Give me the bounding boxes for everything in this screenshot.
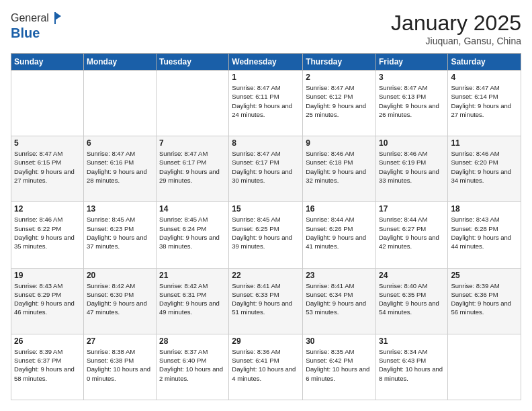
day-info: Sunrise: 8:35 AM Sunset: 6:42 PM Dayligh… — [306, 347, 373, 383]
logo-icon — [49, 11, 61, 26]
day-number: 20 — [87, 271, 153, 280]
day-info: Sunrise: 8:42 AM Sunset: 6:31 PM Dayligh… — [159, 281, 226, 317]
day-info: Sunrise: 8:47 AM Sunset: 6:11 PM Dayligh… — [232, 83, 300, 119]
table-row: 16Sunrise: 8:44 AM Sunset: 6:26 PM Dayli… — [303, 202, 376, 268]
day-info: Sunrise: 8:45 AM Sunset: 6:25 PM Dayligh… — [232, 215, 300, 250]
logo: General Blue — [11, 11, 61, 41]
day-number: 26 — [14, 336, 81, 346]
calendar-week-row: 26Sunrise: 8:39 AM Sunset: 6:37 PM Dayli… — [11, 334, 521, 400]
table-row: 31Sunrise: 8:34 AM Sunset: 6:43 PM Dayli… — [375, 334, 447, 400]
table-row: 23Sunrise: 8:41 AM Sunset: 6:34 PM Dayli… — [303, 268, 376, 334]
day-info: Sunrise: 8:46 AM Sunset: 6:20 PM Dayligh… — [451, 149, 518, 185]
day-info: Sunrise: 8:38 AM Sunset: 6:38 PM Dayligh… — [87, 347, 153, 383]
table-row: 24Sunrise: 8:40 AM Sunset: 6:35 PM Dayli… — [375, 268, 447, 334]
day-number: 7 — [159, 138, 226, 148]
table-row: 3Sunrise: 8:47 AM Sunset: 6:13 PM Daylig… — [375, 71, 447, 136]
col-saturday: Saturday — [448, 54, 521, 71]
table-row: 8Sunrise: 8:47 AM Sunset: 6:17 PM Daylig… — [229, 136, 303, 202]
table-row: 12Sunrise: 8:46 AM Sunset: 6:22 PM Dayli… — [11, 202, 84, 268]
table-row: 21Sunrise: 8:42 AM Sunset: 6:31 PM Dayli… — [157, 268, 229, 334]
day-number: 2 — [306, 73, 373, 82]
table-row: 6Sunrise: 8:47 AM Sunset: 6:16 PM Daylig… — [83, 136, 156, 202]
calendar-week-row: 12Sunrise: 8:46 AM Sunset: 6:22 PM Dayli… — [11, 202, 521, 268]
day-info: Sunrise: 8:45 AM Sunset: 6:23 PM Dayligh… — [87, 215, 153, 250]
logo-blue-text: Blue — [11, 26, 61, 41]
day-info: Sunrise: 8:44 AM Sunset: 6:26 PM Dayligh… — [306, 215, 373, 250]
day-number: 10 — [379, 138, 445, 148]
day-number: 29 — [232, 336, 300, 346]
table-row: 30Sunrise: 8:35 AM Sunset: 6:42 PM Dayli… — [303, 334, 376, 400]
day-number: 16 — [306, 204, 373, 214]
svg-rect-1 — [54, 12, 56, 24]
col-tuesday: Tuesday — [157, 54, 229, 71]
page: General Blue January 2025 Jiuquan, Gansu… — [0, 0, 532, 411]
day-number: 15 — [232, 204, 300, 214]
day-number: 31 — [379, 336, 445, 346]
table-row: 2Sunrise: 8:47 AM Sunset: 6:12 PM Daylig… — [303, 71, 376, 136]
table-row: 15Sunrise: 8:45 AM Sunset: 6:25 PM Dayli… — [229, 202, 303, 268]
table-row: 7Sunrise: 8:47 AM Sunset: 6:17 PM Daylig… — [157, 136, 229, 202]
day-info: Sunrise: 8:46 AM Sunset: 6:22 PM Dayligh… — [14, 215, 81, 250]
day-number: 1 — [232, 73, 300, 82]
day-number: 5 — [14, 138, 81, 148]
day-info: Sunrise: 8:47 AM Sunset: 6:13 PM Dayligh… — [379, 83, 445, 119]
day-number: 12 — [14, 204, 81, 214]
day-number: 11 — [451, 138, 518, 148]
day-info: Sunrise: 8:40 AM Sunset: 6:35 PM Dayligh… — [379, 281, 445, 317]
table-row: 28Sunrise: 8:37 AM Sunset: 6:40 PM Dayli… — [157, 334, 229, 400]
day-info: Sunrise: 8:45 AM Sunset: 6:24 PM Dayligh… — [159, 215, 226, 250]
col-sunday: Sunday — [11, 54, 84, 71]
table-row — [83, 71, 156, 136]
day-number: 18 — [451, 204, 518, 214]
day-info: Sunrise: 8:47 AM Sunset: 6:15 PM Dayligh… — [14, 149, 81, 185]
table-row: 26Sunrise: 8:39 AM Sunset: 6:37 PM Dayli… — [11, 334, 84, 400]
day-info: Sunrise: 8:42 AM Sunset: 6:30 PM Dayligh… — [87, 281, 153, 317]
col-friday: Friday — [375, 54, 447, 71]
day-info: Sunrise: 8:47 AM Sunset: 6:12 PM Dayligh… — [306, 83, 373, 119]
table-row — [11, 71, 84, 136]
day-number: 8 — [232, 138, 300, 148]
day-number: 19 — [14, 271, 81, 280]
day-info: Sunrise: 8:36 AM Sunset: 6:41 PM Dayligh… — [232, 347, 300, 383]
table-row: 17Sunrise: 8:44 AM Sunset: 6:27 PM Dayli… — [375, 202, 447, 268]
table-row: 20Sunrise: 8:42 AM Sunset: 6:30 PM Dayli… — [83, 268, 156, 334]
day-info: Sunrise: 8:34 AM Sunset: 6:43 PM Dayligh… — [379, 347, 445, 383]
table-row: 29Sunrise: 8:36 AM Sunset: 6:41 PM Dayli… — [229, 334, 303, 400]
day-info: Sunrise: 8:47 AM Sunset: 6:14 PM Dayligh… — [451, 83, 518, 119]
col-wednesday: Wednesday — [229, 54, 303, 71]
day-number: 25 — [451, 271, 518, 280]
day-info: Sunrise: 8:47 AM Sunset: 6:17 PM Dayligh… — [159, 149, 226, 185]
day-number: 24 — [379, 271, 445, 280]
day-info: Sunrise: 8:37 AM Sunset: 6:40 PM Dayligh… — [159, 347, 226, 383]
day-number: 28 — [159, 336, 226, 346]
table-row: 22Sunrise: 8:41 AM Sunset: 6:33 PM Dayli… — [229, 268, 303, 334]
day-number: 6 — [87, 138, 153, 148]
col-thursday: Thursday — [303, 54, 376, 71]
day-info: Sunrise: 8:39 AM Sunset: 6:37 PM Dayligh… — [14, 347, 81, 383]
day-number: 14 — [159, 204, 226, 214]
day-number: 27 — [87, 336, 153, 346]
day-number: 9 — [306, 138, 373, 148]
location: Jiuquan, Gansu, China — [391, 36, 521, 46]
table-row: 9Sunrise: 8:46 AM Sunset: 6:18 PM Daylig… — [303, 136, 376, 202]
calendar-week-row: 19Sunrise: 8:43 AM Sunset: 6:29 PM Dayli… — [11, 268, 521, 334]
day-number: 21 — [159, 271, 226, 280]
header: General Blue January 2025 Jiuquan, Gansu… — [11, 11, 521, 46]
table-row: 11Sunrise: 8:46 AM Sunset: 6:20 PM Dayli… — [448, 136, 521, 202]
day-number: 3 — [379, 73, 445, 82]
day-info: Sunrise: 8:44 AM Sunset: 6:27 PM Dayligh… — [379, 215, 445, 250]
col-monday: Monday — [83, 54, 156, 71]
table-row: 19Sunrise: 8:43 AM Sunset: 6:29 PM Dayli… — [11, 268, 84, 334]
logo-general-text: General — [11, 12, 49, 24]
table-row — [157, 71, 229, 136]
day-info: Sunrise: 8:46 AM Sunset: 6:18 PM Dayligh… — [306, 149, 373, 185]
day-info: Sunrise: 8:39 AM Sunset: 6:36 PM Dayligh… — [451, 281, 518, 317]
day-info: Sunrise: 8:41 AM Sunset: 6:34 PM Dayligh… — [306, 281, 373, 317]
table-row: 13Sunrise: 8:45 AM Sunset: 6:23 PM Dayli… — [83, 202, 156, 268]
svg-marker-0 — [55, 12, 61, 20]
day-info: Sunrise: 8:43 AM Sunset: 6:28 PM Dayligh… — [451, 215, 518, 250]
calendar-table: Sunday Monday Tuesday Wednesday Thursday… — [11, 53, 521, 400]
table-row: 14Sunrise: 8:45 AM Sunset: 6:24 PM Dayli… — [157, 202, 229, 268]
table-row — [448, 334, 521, 400]
table-row: 27Sunrise: 8:38 AM Sunset: 6:38 PM Dayli… — [83, 334, 156, 400]
